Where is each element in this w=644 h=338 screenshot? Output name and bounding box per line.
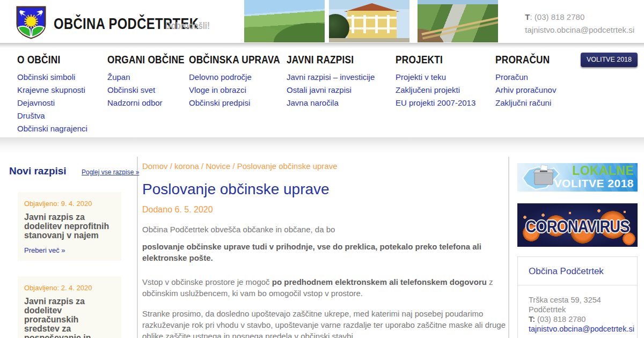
nav-column-proracun: PRORAČUN Proračun Arhiv proračunov Zaklj… [495,53,562,109]
nav-link[interactable]: Vloge in obrazci [189,84,300,97]
nav-shadow [0,137,644,153]
nav-link[interactable]: Društva [17,109,87,122]
nav-column-obcinska-uprava: OBČINSKA UPRAVA Delovno področje Vloge i… [189,53,300,109]
nav-heading[interactable]: O OBČINI [17,53,87,66]
news-title[interactable]: Javni razpis za dodelitev proračunskih s… [24,297,115,338]
nav-link[interactable]: Dejavnosti [17,97,87,109]
nav-link[interactable]: Javni razpisi – investicije [287,71,375,84]
welcome-text: Dobrodošli! [165,20,219,32]
nav-link[interactable]: Občinski predpisi [189,97,300,109]
news-card[interactable]: Objavljeno: 9. 4. 2020 Javni razpis za d… [18,192,121,261]
right-sidebar: LOKALNE VOLITVE 2018 CORONAVIRUS Občina … [517,163,638,338]
nav-heading[interactable]: PRORAČUN [495,53,562,66]
volitve-banner-text: LOKALNE VOLITVE 2018 [554,165,634,189]
nav-column-o-obcini: O OBČINI Občinski simboli Krajevne skupn… [17,53,87,135]
header-photo-hills [244,0,325,42]
volitve-2018-button[interactable]: VOLITVE 2018 [581,53,638,67]
page-title: Poslovanje občinske uprave [142,181,509,198]
page: OBČINA PODČETRTEK Dobrodošli! T: (03) 81… [0,0,644,338]
news-date: Objavljeno: 9. 4. 2020 [24,200,115,208]
header-contact: T: (03) 818 2780 tajnistvo.obcina@podcet… [525,11,634,36]
main-navigation: O OBČINI Občinski simboli Krajevne skupn… [0,48,644,137]
header: OBČINA PODČETRTEK Dobrodošli! T: (03) 81… [0,0,644,43]
coat-of-arms-icon [16,6,46,39]
left-divider [137,157,138,338]
header-photo-road [418,0,498,42]
nav-link[interactable]: Delovno področje [189,71,300,84]
nav-link[interactable]: Krajevne skupnosti [17,84,87,97]
contact-card: Občina Podčetrtek Trška cesta 59, 3254 P… [517,256,638,338]
nav-link[interactable]: Občinski nagrajenci [17,122,87,135]
nav-link[interactable]: Občinski svet [107,84,201,97]
nav-link[interactable]: Občinski simboli [17,71,87,84]
contact-card-title[interactable]: Občina Podčetrtek [518,257,637,285]
building-ground [329,38,409,42]
nav-link[interactable]: Nadzorni odbor [107,97,201,109]
nav-heading[interactable]: ORGANI OBČINE [107,53,201,66]
contact-phone: T: (03) 818 2780 [529,314,626,324]
nav-column-javni-razpisi: JAVNI RAZPISI Javni razpisi – investicij… [287,53,375,109]
article-paragraph: Stranke prosimo, da dosledno upoštevajo … [142,308,509,338]
see-all-tenders-link[interactable]: Poglej vse razpise » [82,168,139,176]
nav-link[interactable]: Javna naročila [287,97,375,109]
nav-link[interactable]: Zaključni računi [495,97,562,109]
article: Domov / korona / Novice / Poslovanje obč… [142,161,509,338]
news-date: Objavljeno: 2. 4. 2020 [24,284,115,292]
news-card[interactable]: Objavljeno: 2. 4. 2020 Javni razpis za d… [18,276,121,338]
nav-link[interactable]: Arhiv proračunov [495,84,562,97]
article-paragraph: Občina Podčetrtek obvešča občanke in obč… [142,224,509,235]
nav-link[interactable]: Župan [107,71,201,84]
nav-link[interactable]: Ostali javni razpisi [287,84,375,97]
nav-heading[interactable]: OBČINSKA UPRAVA [189,53,300,66]
header-phone: T: (03) 818 2780 [525,11,634,24]
lokalne-volitve-2018-banner[interactable]: LOKALNE VOLITVE 2018 [517,163,638,192]
article-paragraph-bold: poslovanje občinske uprave tudi v prihod… [142,241,509,263]
nav-link[interactable]: EU projekti 2007-2013 [396,97,475,109]
road-fence [421,14,498,35]
header-photo-building [329,0,409,42]
coronavirus-banner-text: CORONAVIRUS [524,217,630,237]
nav-link[interactable]: Proračun [495,71,562,84]
news-title[interactable]: Javni razpis za dodelitev neprofitnih st… [24,212,115,240]
nav-heading[interactable]: JAVNI RAZPISI [287,53,375,66]
article-date: Dodano 6. 5. 2020 [142,205,509,215]
sidebar-title: Novi razpisi [9,165,67,177]
nav-column-projekti: PROJEKTI Projekti v teku Zaključeni proj… [396,53,475,109]
contact-email-link[interactable]: tajnistvo.obcina@podcetrtek.si [529,324,626,334]
coronavirus-banner[interactable]: CORONAVIRUS [517,203,638,247]
nav-link[interactable]: Projekti v teku [396,71,475,84]
contact-card-body: Trška cesta 59, 3254 Podčetrtek T: (03) … [518,285,637,338]
header-email[interactable]: tajnistvo.obcina@podcetrtek.si [525,24,634,36]
article-paragraph: Vstop v občinske prostore je mogoč po pr… [142,276,509,299]
municipality-coat-of-arms-logo[interactable] [16,6,46,39]
nav-column-organi-obcine: ORGANI OBČINE Župan Občinski svet Nadzor… [107,53,201,109]
read-more-link[interactable]: Preberi več » [24,246,115,254]
header-shadow [0,43,644,48]
nav-heading[interactable]: PROJEKTI [396,53,475,66]
breadcrumb[interactable]: Domov / korona / Novice / Poslovanje obč… [142,161,509,171]
contact-address: Trška cesta 59, 3254 Podčetrtek [529,295,626,314]
nav-link[interactable]: Zaključeni projekti [396,84,475,97]
